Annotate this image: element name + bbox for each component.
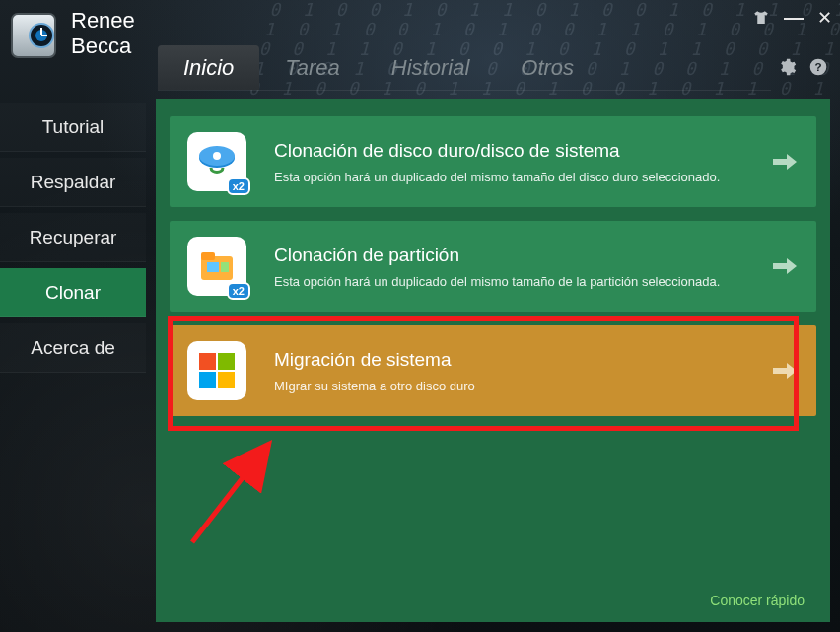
- app-window: 0 1 0 0 1 0 1 1 0 1 0 0 1 0 1 1 0 1 1 0 …: [0, 0, 840, 632]
- card-texts: Migración de sistema MIgrar su sistema a…: [274, 349, 771, 393]
- svg-point-9: [213, 152, 221, 160]
- disk-clone-icon: x2: [187, 132, 246, 191]
- card-title: Clonación de disco duro/disco de sistema: [274, 140, 771, 162]
- svg-text:?: ?: [814, 60, 821, 73]
- svg-rect-13: [221, 262, 229, 272]
- card-desc: Esta opción hará un duplicado del mismo …: [274, 274, 771, 289]
- svg-rect-14: [199, 353, 216, 370]
- card-disk-clone[interactable]: x2 Clonación de disco duro/disco de sist…: [170, 116, 816, 207]
- badge-x2: x2: [227, 177, 250, 195]
- sidebar-item-label: Recuperar: [30, 227, 117, 248]
- app-logo-icon: [8, 8, 63, 63]
- svg-rect-16: [199, 372, 216, 388]
- minimize-button[interactable]: —: [784, 6, 804, 29]
- card-partition-clone[interactable]: x2 Clonación de partición Esta opción ha…: [170, 221, 816, 312]
- arrow-right-icon: [771, 152, 799, 172]
- app-title: Renee Becca: [71, 8, 135, 59]
- badge-x2: x2: [227, 282, 250, 300]
- app-title-line1: Renee: [71, 8, 135, 33]
- tab-label: Historial: [391, 55, 469, 81]
- footer-link-conocer-rapido[interactable]: Conocer rápido: [710, 593, 805, 608]
- tab-historial[interactable]: Historial: [366, 45, 495, 90]
- card-texts: Clonación de disco duro/disco de sistema…: [274, 140, 771, 184]
- main-panel: x2 Clonación de disco duro/disco de sist…: [156, 99, 830, 622]
- help-icon[interactable]: ?: [808, 57, 828, 77]
- app-title-line2: Becca: [71, 34, 131, 58]
- windows-flag-icon: [187, 341, 246, 400]
- tshirt-icon[interactable]: [752, 9, 770, 27]
- close-button[interactable]: ✕: [817, 7, 832, 29]
- card-texts: Clonación de partición Esta opción hará …: [274, 245, 771, 289]
- tab-label: Inicio: [183, 55, 234, 81]
- partition-clone-icon: x2: [187, 237, 246, 296]
- svg-rect-12: [207, 262, 219, 272]
- svg-rect-11: [201, 252, 215, 260]
- sidebar-item-label: Respaldar: [31, 172, 116, 193]
- sidebar: Tutorial Respaldar Recuperar Clonar Acer…: [0, 103, 146, 622]
- card-title: Migración de sistema: [274, 349, 771, 371]
- arrow-right-icon: [771, 361, 799, 381]
- sidebar-item-tutorial[interactable]: Tutorial: [0, 103, 146, 152]
- svg-rect-15: [218, 353, 235, 370]
- tab-label: Tarea: [285, 55, 339, 81]
- sidebar-item-label: Tutorial: [42, 116, 105, 138]
- card-desc: MIgrar su sistema a otro disco duro: [274, 379, 771, 393]
- sidebar-item-clonar[interactable]: Clonar: [0, 268, 146, 317]
- tab-label: Otros: [521, 55, 574, 81]
- card-title: Clonación de partición: [274, 245, 771, 266]
- tab-otros[interactable]: Otros: [495, 45, 599, 90]
- sidebar-item-respaldar[interactable]: Respaldar: [0, 158, 146, 207]
- sidebar-item-label: Clonar: [45, 282, 101, 304]
- tab-inicio[interactable]: Inicio: [158, 45, 259, 90]
- window-controls: — ✕: [752, 6, 832, 29]
- sidebar-item-acerca[interactable]: Acerca de: [0, 323, 146, 373]
- sidebar-item-recuperar[interactable]: Recuperar: [0, 213, 146, 262]
- tab-tarea[interactable]: Tarea: [259, 45, 365, 90]
- gear-icon[interactable]: [777, 57, 797, 77]
- svg-rect-17: [218, 372, 235, 388]
- card-desc: Esta opción hará un duplicado del mismo …: [274, 170, 771, 184]
- sidebar-item-label: Acerca de: [31, 337, 115, 359]
- top-tabs: Inicio Tarea Historial Otros: [158, 45, 771, 91]
- card-system-migration[interactable]: Migración de sistema MIgrar su sistema a…: [170, 325, 816, 416]
- arrow-right-icon: [771, 256, 799, 276]
- top-right-icons: ?: [777, 57, 828, 77]
